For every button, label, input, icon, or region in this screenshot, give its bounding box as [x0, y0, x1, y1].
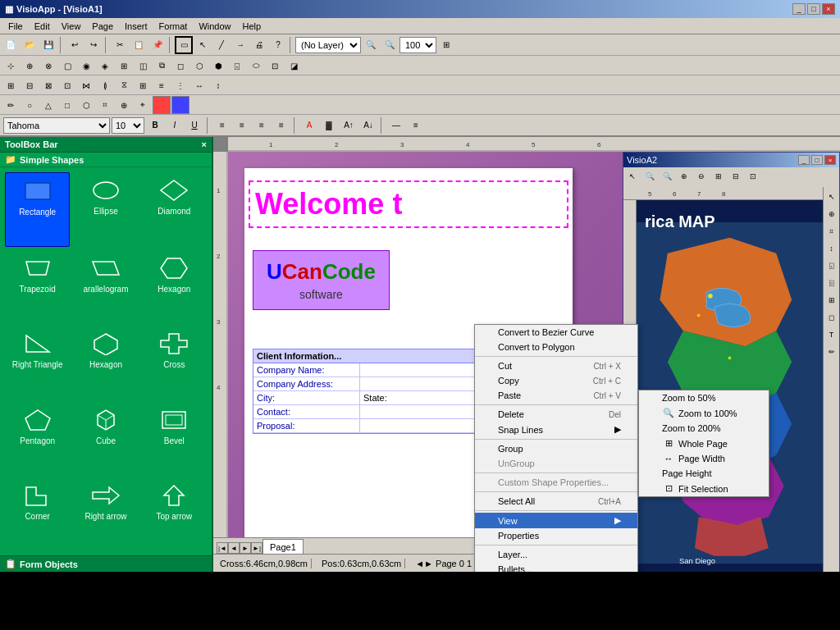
zoom-fit-button[interactable]: ⊞ [437, 36, 455, 54]
align-10[interactable]: ⋮ [171, 76, 189, 94]
sw-tool-7[interactable]: ⊟ [728, 168, 744, 185]
save-button[interactable]: 💾 [39, 36, 57, 54]
shape-pentagon[interactable]: Pentagon [5, 402, 70, 475]
toolbox-close-icon[interactable]: × [202, 139, 207, 149]
ctx-properties[interactable]: Properties [475, 528, 637, 543]
ucancode-box[interactable]: UCanCode software [253, 250, 390, 310]
align-3[interactable]: ⊠ [39, 76, 57, 94]
sw-tool-4[interactable]: ⊕ [676, 168, 692, 185]
align-2[interactable]: ⊟ [21, 76, 39, 94]
menu-view[interactable]: View [57, 21, 86, 32]
shape-top-arrow[interactable]: Top arrow [142, 477, 207, 550]
vsub-whole-page[interactable]: ⊞ Whole Page [639, 436, 769, 451]
tool-4[interactable]: ▢ [58, 57, 76, 75]
sw-side-3[interactable]: ⌗ [824, 223, 840, 240]
align-11[interactable]: ↔ [190, 76, 208, 94]
vsub-page-width[interactable]: ↔ Page Width [639, 451, 769, 466]
font-size-up[interactable]: A↑ [340, 116, 358, 135]
new-button[interactable]: 📄 [2, 36, 20, 54]
font-size-down[interactable]: A↓ [359, 116, 377, 135]
sw-side-7[interactable]: ⊞ [824, 292, 840, 308]
maximize-button[interactable]: □ [807, 3, 820, 15]
window-controls[interactable]: _ □ × [792, 3, 835, 15]
draw-5[interactable]: ⬡ [77, 96, 95, 114]
draw-4[interactable]: □ [58, 96, 76, 114]
sw-tool-5[interactable]: ⊖ [693, 168, 710, 185]
second-window-controls[interactable]: _ □ × [798, 155, 836, 165]
align-center-button[interactable]: ≡ [233, 116, 251, 135]
line-width[interactable]: ≡ [407, 116, 425, 135]
tab-next-button[interactable]: ► [240, 542, 251, 554]
draw-8[interactable]: ⌖ [134, 96, 152, 114]
pointer-button[interactable]: ↖ [194, 36, 212, 54]
draw-1[interactable]: ✏ [2, 96, 20, 114]
draw-3[interactable]: △ [39, 96, 57, 114]
sw-tool-8[interactable]: ⊡ [745, 168, 761, 185]
align-5[interactable]: ⋈ [77, 76, 95, 94]
minimize-button[interactable]: _ [792, 3, 806, 15]
cut-button[interactable]: ✂ [111, 36, 129, 54]
sw-side-4[interactable]: ↕ [824, 240, 840, 257]
menu-format[interactable]: Format [154, 21, 193, 32]
align-justify-button[interactable]: ≡ [272, 116, 290, 135]
vsub-zoom-100[interactable]: 🔍 Zoom to 100% [639, 405, 769, 421]
zoom-in-button[interactable]: 🔍 [362, 36, 380, 54]
help-button[interactable]: ? [269, 36, 287, 54]
shape-right-triangle[interactable]: Right Triangle [5, 326, 70, 399]
tool-3[interactable]: ⊗ [39, 57, 57, 75]
shape-cross[interactable]: Cross [142, 326, 207, 399]
sw-side-5[interactable]: ⌺ [824, 258, 840, 274]
sw-tool-2[interactable]: 🔍 [641, 168, 658, 185]
italic-button[interactable]: I [166, 116, 184, 135]
align-6[interactable]: ≬ [96, 76, 114, 94]
redo-button[interactable]: ↪ [84, 36, 103, 54]
ctx-bullets[interactable]: Bullets... [475, 562, 637, 572]
ctx-snap-lines[interactable]: Snap Lines ▶ [475, 422, 637, 437]
page-tab-1[interactable]: Page 1 [262, 539, 304, 554]
ctx-copy[interactable]: Copy Ctrl + C [475, 373, 637, 388]
shape-diamond[interactable]: Diamond [142, 172, 207, 247]
tool-1[interactable]: ⊹ [2, 57, 20, 75]
undo-button[interactable]: ↩ [66, 36, 84, 54]
menu-edit[interactable]: Edit [30, 21, 55, 32]
align-9[interactable]: ≡ [153, 76, 171, 94]
menu-file[interactable]: File [3, 21, 28, 32]
form-objects-section[interactable]: 📋 Form Objects [0, 555, 212, 572]
align-7[interactable]: ⧖ [115, 76, 133, 94]
shape-hexagon-2[interactable]: Hexagon [73, 326, 138, 399]
open-button[interactable]: 📂 [21, 36, 39, 54]
zoom-select[interactable]: 100 [399, 37, 436, 53]
page-nav-btns[interactable]: ◄► [415, 559, 433, 568]
vsub-page-height[interactable]: Page Height [639, 466, 769, 481]
draw-2[interactable]: ○ [21, 96, 39, 114]
shape-corner[interactable]: Corner [5, 477, 70, 550]
tool-2[interactable]: ⊕ [21, 57, 39, 75]
tool-9[interactable]: ⧉ [153, 57, 171, 75]
ctx-convert-bezier[interactable]: Convert to Bezier Curve [475, 325, 637, 340]
sw-side-9[interactable]: T [824, 326, 840, 343]
vsub-fit-selection[interactable]: ⊡ Fit Selection [639, 481, 769, 496]
sw-side-2[interactable]: ⊕ [824, 206, 840, 222]
welcome-box[interactable]: Welcome t [249, 180, 568, 228]
align-4[interactable]: ⊡ [58, 76, 76, 94]
tool-12[interactable]: ⬢ [209, 57, 227, 75]
sw-side-1[interactable]: ↖ [824, 189, 840, 205]
zoom-out-button[interactable]: 🔍 [381, 36, 399, 54]
sw-tool-3[interactable]: 🔍 [659, 168, 675, 185]
shape-rectangle[interactable]: Rectangle [5, 172, 70, 247]
fill-color[interactable] [171, 96, 189, 114]
color-picker[interactable] [153, 96, 171, 114]
sw-tool-1[interactable]: ↖ [624, 168, 641, 185]
ctx-layer[interactable]: Layer... [475, 547, 637, 562]
tool-15[interactable]: ⊡ [266, 57, 284, 75]
shape-ellipse[interactable]: Ellipse [73, 172, 138, 247]
tool-11[interactable]: ⬡ [190, 57, 208, 75]
font-size-select[interactable]: 10 [112, 117, 144, 134]
line-button[interactable]: ╱ [212, 36, 231, 54]
ctx-custom-shape[interactable]: Custom Shape Properties... [475, 475, 637, 490]
sw-side-8[interactable]: ◻ [824, 309, 840, 326]
tab-nav[interactable]: |◄ ◄ ► ►| [217, 542, 262, 554]
tool-13[interactable]: ⌺ [228, 57, 246, 75]
tool-10[interactable]: ◻ [171, 57, 189, 75]
tool-14[interactable]: ⬭ [247, 57, 265, 75]
